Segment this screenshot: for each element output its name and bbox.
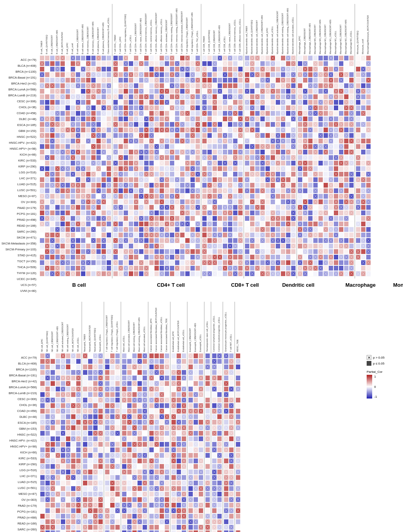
- row-label: UVM (n=80): [2, 288, 38, 294]
- gradient-bot-b: -1: [374, 395, 377, 399]
- row-label: DLBC (n=48): [2, 414, 38, 420]
- legend-nonsig-label-b: p > 0.05: [373, 356, 384, 359]
- gradient-mid-b: 0: [374, 385, 377, 389]
- row-label: THCA (n=509): [2, 264, 38, 270]
- group-labels-top: B cell CD4+ T cell CD8+ T cell Dendritic…: [38, 282, 403, 288]
- gradient-container-b: 1 0 -1: [367, 375, 401, 399]
- row-label: LHC (n=371): [2, 473, 38, 479]
- group-label-cd8t: CD8+ T cell: [221, 282, 269, 288]
- panel2: ACC (n=79) BLCA (n=408) BRCA (n=1100) BR…: [2, 302, 401, 532]
- row-label: UCS (n=57): [2, 282, 38, 288]
- group-label-dc: Dendritic cell: [269, 282, 328, 288]
- bottom-heatmap-container: [38, 302, 363, 532]
- row-label: PAAD (n=179): [2, 503, 38, 509]
- row-label: PAAD (n=179): [2, 205, 38, 211]
- row-label: COAD (n=458): [2, 110, 38, 116]
- row-label: READ (n=166): [2, 521, 38, 526]
- row-label: LUAD (n=515): [2, 479, 38, 485]
- nonsig-box-b: ✕: [367, 355, 371, 360]
- row-label: BRCA (n=1100): [2, 367, 38, 372]
- row-label: BRCA (n=1100): [2, 69, 38, 75]
- group-label-mono: Monocyte: [393, 282, 403, 288]
- row-label: HNSC-HPV- (n=422): [2, 438, 38, 444]
- row-label: BRCA-Basal (n=191): [2, 372, 38, 378]
- row-label: SKCM (n=471): [2, 235, 38, 241]
- row-labels-top: ACC (n=79) BLCA (n=408) BRCA (n=1100) BR…: [2, 4, 38, 294]
- row-label: CHOL (n=36): [2, 402, 38, 408]
- row-label: HNSC (n=522): [2, 134, 38, 140]
- row-label: KICH (n=66): [2, 152, 38, 158]
- row-label: ACC (n=79): [2, 57, 38, 63]
- row-label: LGG (n=516): [2, 467, 38, 473]
- row-labels-bottom: ACC (n=79) BLCA (n=408) BRCA (n=1100) BR…: [2, 302, 38, 532]
- row-label: PRAD (n=498): [2, 515, 38, 521]
- group-label-cd4t: CD4+ T cell: [121, 282, 221, 288]
- row-label: KICH (n=66): [2, 449, 38, 455]
- heatmap-bottom: NK cell Neutrophil Tregs Mast CAF Endo E…: [38, 302, 363, 532]
- row-label: HNSC (n=522): [2, 432, 38, 438]
- legend-sig-b: p ≤ 0.05: [367, 361, 401, 366]
- row-label: LGG (n=516): [2, 169, 38, 175]
- row-label: GBM (n=153): [2, 426, 38, 432]
- row-label: CESC (n=306): [2, 396, 38, 402]
- row-label: PCPG (n=181): [2, 211, 38, 217]
- row-label: HNSC-HPV+ (n=98): [2, 146, 38, 152]
- row-label: BRCA-LumB (n=219): [2, 390, 38, 396]
- row-label: GBM (n=153): [2, 128, 38, 134]
- heatmap-top: B cell CD4+ T cell CD8+ T cell Dendritic…: [38, 4, 403, 294]
- gradient-bar-b: [367, 375, 372, 399]
- row-label: HNSC-HPV+ (n=98): [2, 444, 38, 449]
- gradient-labels-b: 1 0 -1: [374, 375, 377, 399]
- row-label: BRCA-LumA (n=568): [2, 86, 38, 92]
- row-label: STAD (n=415): [2, 252, 38, 258]
- row-label: BRCA-Her2 (n=42): [2, 81, 38, 86]
- row-label: BLCA (n=408): [2, 63, 38, 69]
- row-label: KIRP (n=290): [2, 164, 38, 169]
- row-label: COAD (n=458): [2, 408, 38, 414]
- row-label: BRCA-LumA (n=568): [2, 384, 38, 390]
- row-label: KIRP (n=290): [2, 461, 38, 467]
- row-label: BRCA-Basal (n=191): [2, 75, 38, 81]
- row-label: LUAD (n=515): [2, 181, 38, 187]
- gradient-top-b: 1: [374, 375, 377, 378]
- legend-bottom: ✕ p > 0.05 p ≤ 0.05 Partial_Cor 1 0 -1: [363, 302, 401, 532]
- row-label: TGCT (n=150): [2, 258, 38, 264]
- main-container: ACC (n=79) BLCA (n=408) BRCA (n=1100) BR…: [0, 0, 403, 532]
- row-label: ACC (n=79): [2, 355, 38, 361]
- row-label: THYM (n=120): [2, 270, 38, 276]
- row-label: HNSC-HPV- (n=422): [2, 140, 38, 146]
- row-label: SKCM-Primary (n=103): [2, 246, 38, 252]
- row-label: BRCA-Her2 (n=42): [2, 378, 38, 384]
- row-label: UCEC (n=345): [2, 276, 38, 282]
- row-label: CESC (n=306): [2, 98, 38, 104]
- top-canvas: [38, 4, 373, 278]
- row-label: BRCA-LumB (n=219): [2, 92, 38, 98]
- row-label: PRAD (n=498): [2, 217, 38, 223]
- row-label: LUSC (n=501): [2, 187, 38, 193]
- row-label: MESO (n=87): [2, 193, 38, 199]
- row-label: PCPG (n=181): [2, 509, 38, 515]
- row-label: KIRC (n=533): [2, 158, 38, 164]
- gradient-title-bottom: Partial_Cor: [367, 370, 401, 374]
- row-label: LHC (n=371): [2, 175, 38, 181]
- row-label: OV (n=303): [2, 497, 38, 503]
- row-label: SARC (n=260): [2, 526, 38, 532]
- row-label: OV (n=303): [2, 199, 38, 205]
- row-label: READ (n=166): [2, 223, 38, 229]
- row-label: CHOL (n=36): [2, 104, 38, 110]
- row-label: SKCM-Metastasis (n=358): [2, 241, 38, 246]
- row-label: KIRC (n=533): [2, 455, 38, 461]
- row-label: SARC (n=260): [2, 229, 38, 235]
- sig-box-b: [367, 361, 371, 366]
- legend-sig-label-b: p ≤ 0.05: [373, 362, 384, 365]
- legend-nonsig-b: ✕ p > 0.05: [367, 355, 401, 360]
- row-label: ESCA (n=185): [2, 122, 38, 128]
- group-label-macro: Macrophage: [328, 282, 393, 288]
- row-label: MESO (n=87): [2, 491, 38, 497]
- row-label: BLCA (n=408): [2, 361, 38, 367]
- row-label: LUSC (n=501): [2, 485, 38, 491]
- row-label: ESCA (n=185): [2, 420, 38, 426]
- top-heatmap-container: [38, 4, 403, 280]
- row-label: DLBC (n=48): [2, 116, 38, 122]
- group-label-bcell: B cell: [38, 282, 121, 288]
